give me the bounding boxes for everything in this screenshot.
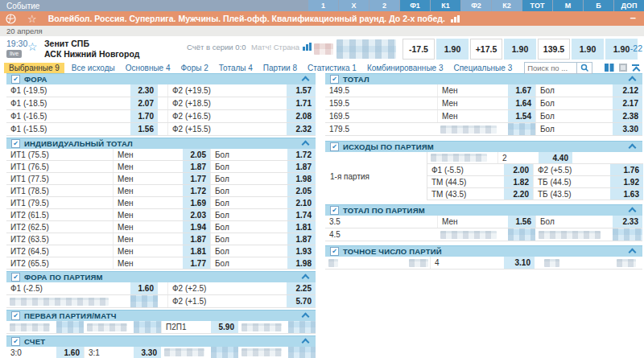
odds-value[interactable]: 2.10	[287, 197, 316, 208]
market-column-1[interactable]: 1	[308, 0, 338, 11]
odds-value[interactable]: 1.71	[287, 97, 316, 109]
odds-value[interactable]: 1.77	[183, 257, 210, 269]
section-checkbox[interactable]: ✔	[330, 75, 339, 84]
section-header[interactable]: ✔ИСХОДЫ ПО ПАРТИЯМ	[325, 141, 642, 152]
match-odds-cell[interactable]: 1.90	[572, 39, 604, 60]
section-header[interactable]: ✔ФОРА	[6, 73, 316, 84]
odds-value[interactable]: 1.70	[130, 110, 158, 122]
odds-value[interactable]: 1.93	[287, 245, 316, 257]
chevron-up-icon[interactable]	[629, 144, 637, 152]
section-header[interactable]: ✔СЧЕТ	[6, 335, 316, 347]
search-input[interactable]	[525, 64, 576, 72]
odds-value[interactable]: 1.98	[287, 257, 316, 269]
odds-value[interactable]: 1.72	[287, 149, 316, 160]
more-markets-count[interactable]: -22	[630, 43, 642, 53]
censored-odds[interactable]	[508, 228, 535, 241]
odds-value[interactable]: 2.05	[183, 149, 210, 160]
match-odds-cell[interactable]: +17.5	[470, 39, 502, 60]
odds-value[interactable]: 2.07	[130, 97, 158, 109]
odds-value[interactable]: 1.98	[287, 173, 316, 184]
market-tab[interactable]: Выбранные 9	[4, 63, 64, 73]
odds-value[interactable]: 1.81	[287, 221, 316, 232]
censored-odds[interactable]	[288, 321, 316, 333]
search-icon[interactable]	[576, 63, 592, 73]
odds-value[interactable]: 1.60	[56, 347, 84, 358]
match-teams[interactable]: Зенит СПБ АСК Нижний Новгород	[44, 39, 139, 60]
odds-value[interactable]: 2.08	[287, 110, 316, 122]
chevron-up-icon[interactable]	[629, 208, 637, 216]
odds-value[interactable]: 1.69	[183, 197, 210, 208]
odds-value[interactable]: 4.40	[539, 152, 572, 163]
match-stats-icon[interactable]	[303, 43, 312, 51]
odds-value[interactable]: 3.10	[504, 257, 535, 269]
match-odds-cell[interactable]: 139.5	[538, 39, 570, 60]
chevron-up-icon[interactable]	[302, 141, 310, 149]
section-checkbox[interactable]: ✔	[11, 311, 20, 320]
match-odds-cell[interactable]: 1.90	[436, 39, 469, 60]
odds-value[interactable]: 1.82	[504, 176, 533, 187]
section-header[interactable]: ✔ПЕРВАЯ ПАРТИЯ/МАТЧ	[6, 310, 316, 321]
chevron-up-icon[interactable]	[302, 313, 310, 321]
odds-value[interactable]: 2.25	[287, 282, 316, 294]
section-header[interactable]: ✔ФОРА ПО ПАРТИЯМ	[6, 271, 316, 282]
match-odds-cell[interactable]: 1.90	[504, 39, 536, 60]
censored-odds[interactable]	[130, 295, 158, 307]
section-header[interactable]: ✔ТОТАЛ	[325, 73, 642, 84]
collapse-all-icon[interactable]	[632, 64, 639, 72]
section-checkbox[interactable]: ✔	[330, 206, 339, 215]
section-checkbox[interactable]: ✔	[330, 142, 339, 151]
market-tab[interactable]: Статистика 1	[308, 64, 357, 72]
odds-value[interactable]: 2.00	[504, 164, 533, 175]
odds-value[interactable]: 1.72	[183, 185, 210, 196]
market-column-М[interactable]: М	[553, 0, 583, 11]
odds-value[interactable]: 2.17	[613, 97, 642, 109]
section-checkbox[interactable]: ✔	[11, 75, 20, 84]
chevron-up-icon[interactable]	[302, 339, 310, 347]
match-favorite-star-icon[interactable]: ☆	[27, 41, 38, 52]
odds-value[interactable]: 2.38	[613, 110, 642, 122]
market-column-К2[interactable]: К2	[492, 0, 522, 11]
chevron-up-icon[interactable]	[302, 274, 310, 282]
odds-value[interactable]: 1.57	[287, 84, 316, 97]
odds-value[interactable]: 1.87	[183, 161, 210, 172]
odds-value[interactable]: 1.87	[287, 161, 316, 172]
market-tab[interactable]: Форы 2	[181, 64, 208, 72]
odds-value[interactable]: 5.70	[287, 295, 316, 307]
odds-value[interactable]: 1.94	[183, 221, 210, 232]
censored-odds[interactable]	[134, 321, 161, 333]
odds-value[interactable]: 1.76	[610, 164, 643, 175]
collapse-league-icon[interactable]: –	[630, 11, 636, 23]
odds-value[interactable]: 1.87	[183, 233, 210, 245]
censored-odds[interactable]	[288, 347, 316, 358]
censored-odds[interactable]	[211, 347, 238, 358]
section-checkbox[interactable]: ✔	[11, 273, 20, 282]
market-column-Б[interactable]: Б	[584, 0, 613, 11]
market-tab[interactable]: Все исходы	[72, 64, 115, 72]
odds-value[interactable]: 5.90	[211, 321, 238, 333]
odds-value[interactable]: 3.30	[134, 347, 161, 358]
market-tab[interactable]: Тоталы 4	[219, 64, 253, 72]
odds-value[interactable]: 1.64	[508, 97, 535, 109]
market-column-Ф2[interactable]: Ф2	[461, 0, 491, 11]
odds-value[interactable]: 1.67	[508, 84, 535, 97]
section-header[interactable]: ✔ТОТАЛ ПО ПАРТИЯМ	[325, 204, 642, 216]
section-checkbox[interactable]: ✔	[330, 247, 339, 256]
odds-value[interactable]: 2.20	[504, 188, 533, 200]
chevron-up-icon[interactable]	[629, 249, 637, 257]
market-column-ТОТ[interactable]: ТОТ	[522, 0, 552, 11]
odds-value[interactable]: 2.05	[287, 185, 316, 196]
odds-value[interactable]: 1.81	[183, 245, 210, 257]
section-header[interactable]: ✔ИНДИВИДУАЛЬНЫЙ ТОТАЛ	[6, 138, 316, 149]
odds-value[interactable]: 1.77	[183, 173, 210, 184]
favorite-star-icon[interactable]: ☆	[27, 14, 37, 24]
market-tab[interactable]: Основные 4	[126, 64, 171, 72]
odds-value[interactable]: 1.87	[287, 233, 316, 245]
market-column-X[interactable]: X	[339, 0, 369, 11]
league-bar[interactable]: ☆ Волейбол. Россия. Суперлига. Мужчины. …	[0, 11, 644, 26]
odds-value[interactable]: 2.30	[130, 84, 158, 97]
odds-value[interactable]: 1.56	[508, 216, 535, 228]
censored-odds[interactable]	[613, 228, 642, 241]
odds-value[interactable]: 2.32	[287, 123, 316, 135]
odds-value[interactable]: 1.92	[610, 176, 643, 187]
odds-value[interactable]: 3.30	[613, 123, 642, 135]
